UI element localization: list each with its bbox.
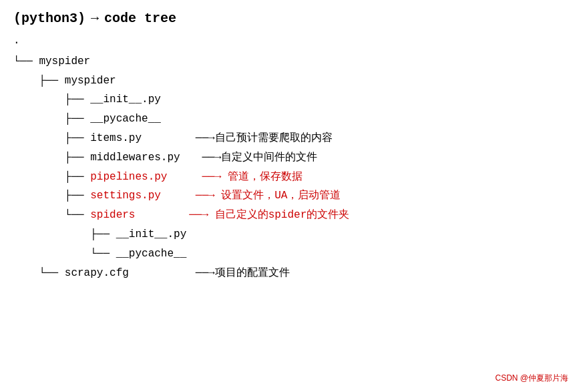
file-comment: ──→项目的配置文件 [132,264,290,283]
file-label: __pycache__ [116,244,187,264]
branch-symbol: └── [13,206,90,225]
branch-symbol: ├── [13,129,90,148]
branch-symbol: └── [13,264,65,283]
list-item: └── scrapy.cfg ──→项目的配置文件 [13,264,566,283]
header-prefix: (python3) [13,11,85,26]
list-item: ├── __init__.py [13,90,566,110]
file-label: __init__.py [90,90,161,110]
file-label-red: pipelines.py [90,168,167,187]
tree-dot: . [13,31,566,51]
root-name: myspider [39,52,90,71]
arrow-icon: → [91,11,99,26]
file-label-red: spiders [90,206,135,225]
branch-symbol: ├── [13,168,90,187]
branch-symbol: ├── [13,225,116,244]
branch-symbol: ├── [13,71,65,91]
file-comment-red: ──→ 管道，保存数据 [170,168,302,187]
header-command: code tree [104,11,176,26]
branch-symbol: ├── [13,148,90,168]
list-item: ├── settings.py ──→ 设置文件，UA，启动管道 [13,186,566,206]
list-item: └── spiders ──→ 自己定义的spider的文件夹 [13,206,566,225]
file-label: myspider [65,71,116,91]
list-item: ├── pipelines.py ──→ 管道，保存数据 [13,168,566,187]
file-label: scrapy.cfg [65,264,129,283]
file-label: __init__.py [116,225,187,244]
branch-symbol: └── [13,244,116,264]
branch-symbol: ├── [13,186,90,206]
list-item: ├── myspider [13,71,566,91]
branch-symbol: ├── [13,110,90,129]
list-item: ├── __init__.py [13,225,566,244]
list-item: ├── items.py ──→自己预计需要爬取的内容 [13,129,566,148]
file-label-red: settings.py [90,186,161,206]
watermark-text: CSDN @仲夏那片海 [495,373,568,383]
dot-symbol: . [13,31,20,51]
file-comment-red: ──→ 自己定义的spider的文件夹 [138,206,349,225]
list-item: ├── middlewares.py ──→自定义中间件的文件 [13,148,566,168]
tree-container: . └── myspider ├── myspider ├── __init__… [13,31,566,282]
watermark: CSDN @仲夏那片海 [495,373,568,384]
file-comment: ──→自定义中间件的文件 [183,148,318,168]
root-branch: └── [13,52,39,71]
file-label: items.py [90,129,142,148]
list-item: ├── __pycache__ [13,110,566,129]
file-comment-red: ──→ 设置文件，UA，启动管道 [164,186,341,206]
branch-symbol: ├── [13,90,90,110]
file-comment: ──→自己预计需要爬取的内容 [144,129,333,148]
header: (python3) → code tree [13,11,566,26]
list-item: └── __pycache__ [13,244,566,264]
file-label: __pycache__ [90,110,161,129]
file-label: middlewares.py [90,148,180,168]
tree-root: └── myspider [13,52,566,71]
